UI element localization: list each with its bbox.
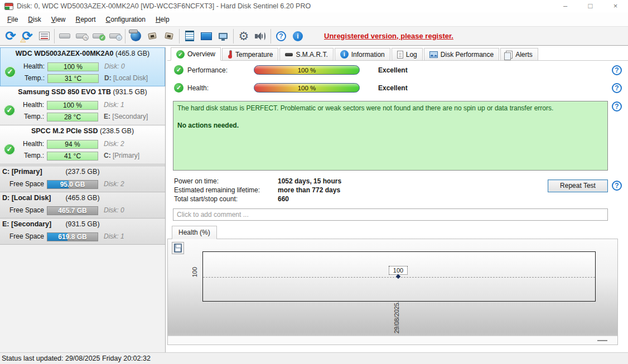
health-label: Health: <box>0 101 44 109</box>
connector-2-icon[interactable] <box>161 28 177 45</box>
free-space-label: Free Space <box>0 206 44 214</box>
partition-size: (465.8 GB) <box>0 194 165 202</box>
health-gauge: 100 % <box>254 83 360 93</box>
tab-disk-performance[interactable]: Disk Performance <box>424 48 499 60</box>
disk-number: Disk: 1 <box>104 232 124 240</box>
info-circle-icon: i <box>340 50 349 59</box>
disk-number: Disk: 0 <box>104 62 125 70</box>
start-stop-count-value: 660 <box>278 195 289 203</box>
resize-handle[interactable] <box>597 340 607 341</box>
y-axis-tick-label: 100 <box>191 267 198 277</box>
menu-configuration[interactable]: Configuration <box>101 14 151 25</box>
disk-item-spcc[interactable]: SPCC M.2 PCIe SSD (238.5 GB) ✓ Health: 9… <box>0 125 165 164</box>
status-action-text: No actions needed. <box>177 122 603 129</box>
performance-rating: Excellent <box>378 66 408 74</box>
partition-size: (237.5 GB) <box>0 168 165 176</box>
remaining-lifetime-row: Estimated remaining lifetime: more than … <box>174 186 542 195</box>
connector-1-icon[interactable] <box>144 28 161 45</box>
hard-disk-sentinel-window: Disk: 0, WDC WD5003AZEX-00MK2A0 [WD-WCC3… <box>0 0 628 364</box>
floppy-disk-icon <box>174 244 182 253</box>
tab-bar: ✓Overview Temperature S.M.A.R.T. iInform… <box>167 47 628 61</box>
refresh-warning-icon[interactable]: ⟳⚠ <box>19 28 36 45</box>
free-space-bar: 95.0 GB <box>47 180 98 189</box>
disk-offline-icon[interactable] <box>56 28 73 45</box>
help-icon[interactable]: ? <box>612 181 622 191</box>
health-chart-tab[interactable]: Health (%) <box>172 226 217 239</box>
disk-clock-icon[interactable]: ◷ <box>73 28 90 45</box>
disk-status-textbox: The hard disk status is PERFECT. Problem… <box>173 101 608 171</box>
disk-item-wdc[interactable]: WDC WD5003AZEX-00MK2A0 (465.8 GB) ✓ Heal… <box>0 47 165 86</box>
help-icon[interactable]: ? <box>612 65 622 75</box>
window-title: Disk: 0, WDC WD5003AZEX-00MK2A0 [WD-WCC3… <box>17 2 311 10</box>
app-logo-icon <box>4 3 13 10</box>
menu-bar: File Disk View Report Configuration Help <box>0 12 628 26</box>
free-space-label: Free Space <box>0 232 44 240</box>
sound-icon[interactable] <box>252 28 269 45</box>
partition-item-e[interactable]: E: [Secondary] (931.5 GB) Free Space 619… <box>0 219 165 245</box>
refresh-icon[interactable]: ⟳ <box>2 28 19 45</box>
performance-gauge: 100 % <box>254 65 360 75</box>
help-icon[interactable]: ? <box>612 101 622 111</box>
health-row: ✓ Health: 100 % Excellent ? <box>167 83 628 93</box>
comment-input[interactable] <box>173 208 608 221</box>
repeat-test-button[interactable]: Repeat Test <box>548 179 608 192</box>
health-bar: 94 % <box>47 140 98 149</box>
report-icon[interactable] <box>36 28 52 45</box>
minimize-button[interactable]: – <box>553 0 578 12</box>
partition-item-c[interactable]: C: [Primary] (237.5 GB) Free Space 95.0 … <box>0 166 165 192</box>
data-point-label[interactable]: 100 <box>389 266 408 275</box>
tab-log[interactable]: Log <box>392 48 423 60</box>
status-text: The hard disk status is PERFECT. Problem… <box>177 104 603 112</box>
tab-information[interactable]: iInformation <box>335 48 390 60</box>
power-on-time-row: Power on time: 1052 days, 15 hours <box>174 177 542 186</box>
start-stop-count-row: Total start/stop count: 660 <box>174 195 542 204</box>
temp-bar: 28 °C <box>47 113 98 122</box>
tab-overview[interactable]: ✓Overview <box>171 47 221 61</box>
close-button[interactable]: × <box>603 0 628 12</box>
partition-item-d[interactable]: D: [Local Disk] (465.8 GB) Free Space 46… <box>0 192 165 219</box>
help-icon[interactable]: ? <box>273 28 289 45</box>
toolbar: ⟳ ⟳⚠ ◷ ✓ ○ ⚙ ? i Unregistered version, p… <box>0 26 628 46</box>
toolbar-separator <box>270 29 271 43</box>
power-on-time-value: 1052 days, 15 hours <box>278 177 341 185</box>
thermometer-icon <box>228 50 233 59</box>
menu-report[interactable]: Report <box>71 14 101 25</box>
check-circle-icon: ✓ <box>174 65 183 75</box>
tab-alerts[interactable]: Alerts <box>500 48 538 60</box>
performance-row: ✓ Performance: 100 % Excellent ? <box>167 65 628 75</box>
network-computer-icon[interactable] <box>215 28 231 45</box>
disk-number: Disk: 1 <box>104 101 124 109</box>
drive-assignment: C: [Primary] <box>104 152 139 159</box>
toolbar-separator <box>54 29 55 43</box>
health-label: Health: <box>0 140 44 148</box>
save-chart-button[interactable] <box>172 242 184 254</box>
tab-temperature[interactable]: Temperature <box>222 48 278 60</box>
notes-icon[interactable] <box>181 28 198 45</box>
tab-smart[interactable]: S.M.A.R.T. <box>279 48 333 60</box>
register-link[interactable]: Unregistered version, please register. <box>324 32 453 40</box>
drive-assignment: E: [Secondary] <box>104 113 148 120</box>
menu-disk[interactable]: Disk <box>23 14 46 25</box>
remaining-lifetime-value: more than 772 days <box>278 186 340 194</box>
disk-sidebar: WDC WD5003AZEX-00MK2A0 (465.8 GB) ✓ Heal… <box>0 47 166 352</box>
help-icon[interactable]: ? <box>612 83 622 93</box>
chart-bottom-strip <box>168 336 617 344</box>
check-circle-icon: ✓ <box>176 50 185 59</box>
temp-label: Temp.: <box>1 74 45 82</box>
disk-check-icon[interactable]: ✓ <box>90 28 107 45</box>
menu-file[interactable]: File <box>2 14 23 25</box>
disk-title: WDC WD5003AZEX-00MK2A0 (465.8 GB) <box>1 50 165 57</box>
pages-icon <box>506 51 513 59</box>
performance-label: Performance: <box>187 66 228 74</box>
mail-icon[interactable] <box>198 28 215 45</box>
disk-search-icon[interactable]: ○ <box>107 28 123 45</box>
status-bar: Status last updated: 29/08/2025 Friday 2… <box>0 352 628 364</box>
settings-gear-icon[interactable]: ⚙ <box>235 28 252 45</box>
health-chart-panel: 100 100 29/08/2025 <box>167 239 618 345</box>
disk-item-samsung[interactable]: Samsung SSD 850 EVO 1TB (931.5 GB) ✓ Hea… <box>0 86 165 125</box>
maximize-button[interactable]: □ <box>578 0 603 12</box>
network-disk-icon[interactable] <box>127 28 144 45</box>
menu-help[interactable]: Help <box>151 14 175 25</box>
info-icon[interactable]: i <box>289 28 306 45</box>
menu-view[interactable]: View <box>46 14 71 25</box>
